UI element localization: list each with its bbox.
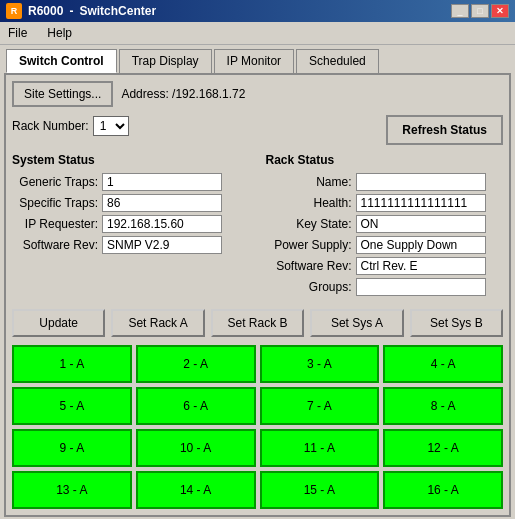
rack-status-row-0: Name: (266, 173, 504, 191)
rack-number-row: Rack Number: 1 2 3 (12, 116, 129, 136)
rack-name-value (356, 173, 486, 191)
grid-cell-2[interactable]: 2 - A (136, 345, 256, 383)
grid-cell-6[interactable]: 6 - A (136, 387, 256, 425)
app-name: R6000 (28, 4, 63, 18)
rack-health-label: Health: (266, 196, 356, 210)
ip-requester-value: 192.168.15.60 (102, 215, 222, 233)
grid-cell-15[interactable]: 15 - A (260, 471, 380, 509)
software-rev-label: Software Rev: (12, 238, 102, 252)
title-separator: - (69, 4, 73, 18)
grid-cell-7[interactable]: 7 - A (260, 387, 380, 425)
rack-power-supply-label: Power Supply: (266, 238, 356, 252)
set-rack-b-button[interactable]: Set Rack B (211, 309, 304, 337)
grid-cell-13[interactable]: 13 - A (12, 471, 132, 509)
rack-software-rev-label: Software Rev: (266, 259, 356, 273)
tab-switch-control[interactable]: Switch Control (6, 49, 117, 73)
tab-bar: Switch Control Trap Display IP Monitor S… (0, 45, 515, 73)
grid-cell-16[interactable]: 16 - A (383, 471, 503, 509)
site-settings-button[interactable]: Site Settings... (12, 81, 113, 107)
rack-software-rev-value: Ctrl Rev. E (356, 257, 486, 275)
window-title: SwitchCenter (79, 4, 156, 18)
rack-key-state-value: ON (356, 215, 486, 233)
grid-cell-1[interactable]: 1 - A (12, 345, 132, 383)
rack-status-title: Rack Status (266, 153, 504, 167)
generic-traps-value: 1 (102, 173, 222, 191)
system-status-box: System Status Generic Traps: 1 Specific … (12, 153, 250, 299)
file-menu[interactable]: File (4, 24, 31, 42)
grid-cell-11[interactable]: 11 - A (260, 429, 380, 467)
set-sys-b-button[interactable]: Set Sys B (410, 309, 503, 337)
software-rev-value: SNMP V2.9 (102, 236, 222, 254)
specific-traps-label: Specific Traps: (12, 196, 102, 210)
menu-bar: File Help (0, 22, 515, 45)
rack-groups-value (356, 278, 486, 296)
set-sys-a-button[interactable]: Set Sys A (310, 309, 403, 337)
refresh-status-button[interactable]: Refresh Status (386, 115, 503, 145)
grid-cell-10[interactable]: 10 - A (136, 429, 256, 467)
generic-traps-label: Generic Traps: (12, 175, 102, 189)
update-button[interactable]: Update (12, 309, 105, 337)
grid-cell-9[interactable]: 9 - A (12, 429, 132, 467)
tab-trap-display[interactable]: Trap Display (119, 49, 212, 73)
top-row: Site Settings... Address: /192.168.1.72 (12, 81, 503, 107)
rack-key-state-label: Key State: (266, 217, 356, 231)
rack-status-row-5: Groups: (266, 278, 504, 296)
grid-cell-12[interactable]: 12 - A (383, 429, 503, 467)
app-icon: R (6, 3, 22, 19)
rack-power-supply-value: One Supply Down (356, 236, 486, 254)
system-status-row-1: Specific Traps: 86 (12, 194, 250, 212)
status-section: System Status Generic Traps: 1 Specific … (12, 153, 503, 299)
window-controls: _ □ ✕ (451, 4, 509, 18)
grid-cell-8[interactable]: 8 - A (383, 387, 503, 425)
grid-cell-5[interactable]: 5 - A (12, 387, 132, 425)
rack-groups-label: Groups: (266, 280, 356, 294)
rack-status-box: Rack Status Name: Health: 11111111111111… (266, 153, 504, 299)
rack-status-row-3: Power Supply: One Supply Down (266, 236, 504, 254)
system-status-row-3: Software Rev: SNMP V2.9 (12, 236, 250, 254)
rack-status-row-4: Software Rev: Ctrl Rev. E (266, 257, 504, 275)
main-panel: Site Settings... Address: /192.168.1.72 … (4, 73, 511, 517)
tab-scheduled[interactable]: Scheduled (296, 49, 379, 73)
grid-cell-3[interactable]: 3 - A (260, 345, 380, 383)
rack-number-label: Rack Number: (12, 119, 89, 133)
set-rack-a-button[interactable]: Set Rack A (111, 309, 204, 337)
tab-ip-monitor[interactable]: IP Monitor (214, 49, 294, 73)
minimize-button[interactable]: _ (451, 4, 469, 18)
system-status-row-0: Generic Traps: 1 (12, 173, 250, 191)
action-buttons-row: Update Set Rack A Set Rack B Set Sys A S… (12, 309, 503, 337)
rack-status-row-1: Health: 1111111111111111 (266, 194, 504, 212)
grid-cell-4[interactable]: 4 - A (383, 345, 503, 383)
rack-name-label: Name: (266, 175, 356, 189)
address-label: Address: /192.168.1.72 (121, 87, 245, 101)
specific-traps-value: 86 (102, 194, 222, 212)
rack-status-row-2: Key State: ON (266, 215, 504, 233)
maximize-button[interactable]: □ (471, 4, 489, 18)
system-status-title: System Status (12, 153, 250, 167)
switch-grid: 1 - A2 - A3 - A4 - A5 - A6 - A7 - A8 - A… (12, 345, 503, 509)
close-button[interactable]: ✕ (491, 4, 509, 18)
system-status-row-2: IP Requester: 192.168.15.60 (12, 215, 250, 233)
title-bar: R R6000 - SwitchCenter _ □ ✕ (0, 0, 515, 22)
grid-cell-14[interactable]: 14 - A (136, 471, 256, 509)
ip-requester-label: IP Requester: (12, 217, 102, 231)
rack-number-select[interactable]: 1 2 3 (93, 116, 129, 136)
rack-health-value: 1111111111111111 (356, 194, 486, 212)
help-menu[interactable]: Help (43, 24, 76, 42)
